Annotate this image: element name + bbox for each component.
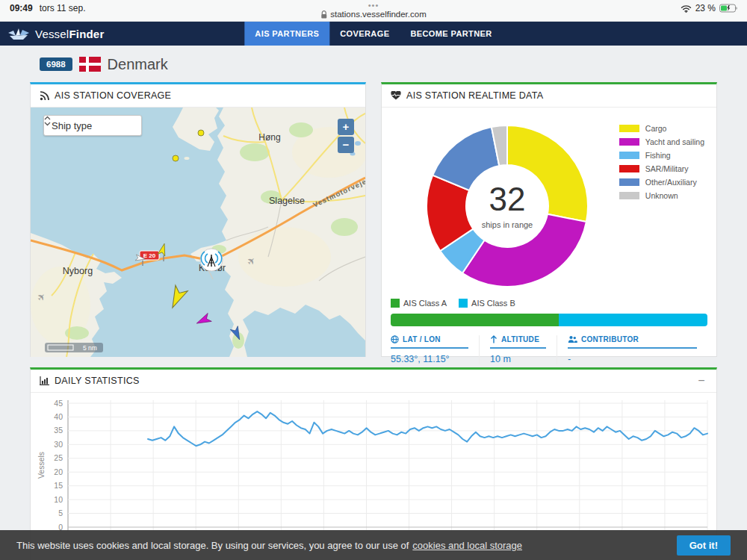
broadcast-icon bbox=[40, 91, 49, 101]
users-icon bbox=[568, 335, 577, 343]
clock: 09:49 bbox=[10, 3, 33, 13]
map-label-hong: Høng bbox=[258, 132, 280, 143]
donut-chart: 32 ships in range bbox=[419, 118, 595, 294]
legend-item: Other/Auxiliary bbox=[619, 178, 704, 187]
legend-swatch bbox=[619, 138, 639, 146]
coverage-panel: AIS STATION COVERAGE bbox=[30, 82, 366, 357]
svg-text:10: 10 bbox=[54, 495, 63, 504]
legend-label: SAR/Military bbox=[645, 164, 689, 173]
status-bar: 09:49tors 11 sep. ••• stations.vesselfin… bbox=[0, 0, 747, 22]
legend-item: Unknown bbox=[619, 191, 704, 200]
legend-swatch bbox=[619, 165, 639, 172]
realtime-panel-header: AIS STATION REALTIME DATA bbox=[382, 84, 716, 108]
svg-text:25: 25 bbox=[54, 453, 63, 462]
class-b-bar-segment bbox=[559, 314, 707, 326]
cookie-message: This website uses cookies and local stor… bbox=[16, 540, 409, 551]
zoom-in-button[interactable]: + bbox=[338, 119, 354, 135]
got-it-button[interactable]: Got it! bbox=[677, 535, 731, 556]
legend-item: Fishing bbox=[619, 151, 704, 160]
battery-percentage: 23 % bbox=[695, 3, 716, 13]
page-content: 6988 Denmark AIS STATION COVERAGE bbox=[0, 46, 747, 560]
map-forest bbox=[289, 122, 313, 137]
map-label-slagelse: Slagelse bbox=[269, 196, 305, 206]
coverage-panel-header: AIS STATION COVERAGE bbox=[31, 84, 365, 108]
map-forest bbox=[331, 218, 358, 236]
date-label: tors 11 sep. bbox=[40, 3, 86, 13]
brand-name: VesselFinder bbox=[35, 28, 104, 40]
class-b-label: AIS Class B bbox=[471, 299, 515, 308]
ship-type-select[interactable]: Ship type bbox=[43, 115, 142, 136]
donut-segment-yacht-and-sailing[interactable] bbox=[462, 214, 586, 287]
legend-item: Cargo bbox=[619, 124, 704, 133]
svg-text:40: 40 bbox=[54, 412, 63, 421]
map-canvas: Vestmotorvejen E 20 Høng Slagelse Nyborg… bbox=[31, 108, 365, 357]
page-title: Denmark bbox=[108, 56, 168, 73]
donut-segment-cargo[interactable] bbox=[507, 125, 588, 222]
map-forest bbox=[240, 143, 270, 161]
tab-overview-dots[interactable]: ••• bbox=[368, 1, 379, 10]
stat-lat-lon: LAT / LON 55.33°, 11.15° bbox=[391, 335, 479, 364]
wifi-icon bbox=[681, 4, 692, 13]
class-a-bar-segment bbox=[391, 314, 559, 326]
svg-text:Vessels: Vessels bbox=[37, 452, 46, 479]
url-label: stations.vesselfinder.com bbox=[330, 10, 426, 19]
legend-swatch bbox=[619, 125, 639, 132]
coverage-map[interactable]: Vestmotorvejen E 20 Høng Slagelse Nyborg… bbox=[31, 108, 365, 357]
nav-item-become-partner[interactable]: BECOME PARTNER bbox=[400, 22, 502, 46]
legend-label: Unknown bbox=[645, 191, 678, 200]
stat-altitude: ALTITUDE 10 m bbox=[479, 335, 557, 364]
svg-text:5: 5 bbox=[58, 508, 63, 517]
legend-label: Fishing bbox=[645, 151, 671, 160]
donut-legend: CargoYacht and sailingFishingSAR/Militar… bbox=[619, 118, 704, 294]
class-a-label: AIS Class A bbox=[403, 299, 447, 308]
legend-label: Cargo bbox=[645, 124, 667, 133]
heartbeat-icon bbox=[391, 91, 401, 100]
ship-marker-moored[interactable] bbox=[198, 130, 204, 136]
legend-swatch bbox=[619, 152, 639, 159]
lat-lon-value: 55.33°, 11.15° bbox=[391, 354, 468, 364]
lock-icon bbox=[320, 10, 327, 19]
altitude-arrow-icon bbox=[490, 335, 498, 343]
legend-swatch bbox=[619, 178, 639, 186]
ais-class-legend: AIS Class A AIS Class B bbox=[391, 299, 707, 308]
legend-item: SAR/Military bbox=[619, 164, 704, 173]
station-marker[interactable] bbox=[200, 249, 223, 271]
map-scale-bar: 5 nm bbox=[45, 343, 103, 352]
denmark-flag-icon bbox=[79, 57, 101, 72]
nav-item-coverage[interactable]: COVERAGE bbox=[329, 22, 400, 46]
nav-item-ais-partners[interactable]: AIS PARTNERS bbox=[244, 22, 329, 46]
main-menu: AIS PARTNERS COVERAGE BECOME PARTNER bbox=[244, 22, 502, 46]
battery-icon bbox=[719, 4, 738, 13]
svg-text:30: 30 bbox=[54, 440, 63, 449]
legend-label: Yacht and sailing bbox=[645, 137, 704, 146]
realtime-panel-title: AIS STATION REALTIME DATA bbox=[406, 90, 543, 101]
legend-swatch bbox=[619, 192, 639, 199]
realtime-panel: AIS STATION REALTIME DATA 32 ships in ra… bbox=[381, 82, 717, 357]
svg-text:45: 45 bbox=[54, 399, 63, 408]
station-id-badge: 6988 bbox=[40, 57, 72, 71]
svg-text:20: 20 bbox=[54, 467, 63, 476]
map-islet bbox=[185, 157, 190, 160]
daily-panel-header: DAILY STATISTICS − bbox=[31, 370, 716, 393]
legend-label: Other/Auxiliary bbox=[645, 178, 697, 187]
address-bar[interactable]: stations.vesselfinder.com bbox=[320, 10, 426, 19]
svg-text:35: 35 bbox=[54, 426, 63, 435]
class-b-swatch bbox=[459, 299, 468, 308]
zoom-out-button[interactable]: − bbox=[338, 137, 354, 153]
top-nav-bar: VesselFinder AIS PARTNERS COVERAGE BECOM… bbox=[0, 22, 747, 46]
brand-logo[interactable]: VesselFinder bbox=[7, 26, 104, 41]
collapse-panel-button[interactable]: − bbox=[695, 375, 707, 387]
contributor-value: - bbox=[568, 354, 697, 364]
station-title-row: 6988 Denmark bbox=[40, 55, 717, 74]
altitude-value: 10 m bbox=[490, 354, 546, 364]
svg-text:5 nm: 5 nm bbox=[83, 344, 97, 352]
coverage-panel-title: AIS STATION COVERAGE bbox=[55, 90, 171, 101]
boat-logo-icon bbox=[7, 26, 30, 41]
ais-class-bar bbox=[391, 314, 707, 326]
bar-chart-icon bbox=[40, 376, 49, 385]
ship-marker-moored[interactable] bbox=[173, 155, 179, 161]
map-label-nyborg: Nyborg bbox=[63, 266, 93, 276]
globe-icon bbox=[391, 335, 399, 343]
svg-text:15: 15 bbox=[54, 481, 63, 490]
cookie-policy-link[interactable]: cookies and local storage bbox=[412, 540, 522, 551]
